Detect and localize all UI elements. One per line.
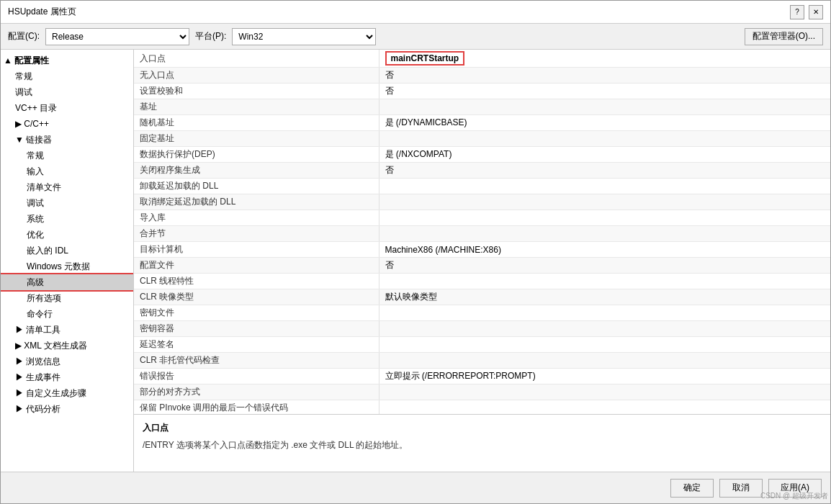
property-name: 入口点 — [134, 50, 379, 68]
property-name: 数据执行保护(DEP) — [134, 147, 379, 163]
property-value — [379, 179, 830, 194]
table-row[interactable]: 保留 PInvoke 调用的最后一个错误代码 — [134, 400, 830, 415]
property-name: 取消绑定延迟加载的 DLL — [134, 194, 379, 210]
sidebar-item-链接器-输入[interactable]: 输入 — [1, 163, 133, 179]
table-row[interactable]: CLR 非托管代码检查 — [134, 353, 830, 369]
property-name: 设置校验和 — [134, 84, 379, 99]
table-row[interactable]: 延迟签名 — [134, 337, 830, 353]
sidebar-item-代码分析[interactable]: ▶ 代码分析 — [1, 401, 133, 417]
property-name: 错误报告 — [134, 369, 379, 384]
sidebar-item-链接器-所有选项[interactable]: 所有选项 — [1, 290, 133, 306]
property-name: 固定基址 — [134, 131, 379, 147]
sidebar-item-VC++目录[interactable]: VC++ 目录 — [1, 100, 133, 116]
properties-table: 入口点mainCRTStartup无入口点否设置校验和否基址随机基址是 (/DY… — [134, 50, 830, 414]
sidebar-item-链接器-清单文件[interactable]: 清单文件 — [1, 179, 133, 195]
property-value: mainCRTStartup — [379, 50, 830, 68]
table-row[interactable]: 入口点mainCRTStartup — [134, 50, 830, 68]
property-name: 部分的对齐方式 — [134, 384, 379, 400]
property-value — [379, 321, 830, 337]
table-row[interactable]: 错误报告立即提示 (/ERRORREPORT:PROMPT) — [134, 369, 830, 384]
sidebar-item-链接器[interactable]: ▼ 链接器 — [1, 132, 133, 148]
sidebar-item-XML文档生成器[interactable]: ▶ XML 文档生成器 — [1, 338, 133, 354]
title-bar: HSUpdate 属性页 ? ✕ — [1, 1, 830, 24]
title-bar-controls: ? ✕ — [790, 5, 823, 19]
property-name: CLR 非托管代码检查 — [134, 353, 379, 369]
sidebar-item-链接器-Windows元数据[interactable]: Windows 元数据 — [1, 258, 133, 274]
sidebar-item-链接器-高级[interactable]: 高级 — [1, 274, 133, 290]
table-row[interactable]: 密钥文件 — [134, 305, 830, 321]
property-value — [379, 99, 830, 115]
sidebar-item-自定义生成步骤[interactable]: ▶ 自定义生成步骤 — [1, 385, 133, 401]
table-row[interactable]: 取消绑定延迟加载的 DLL — [134, 194, 830, 210]
table-row[interactable]: 配置文件否 — [134, 258, 830, 274]
property-name: 密钥容器 — [134, 321, 379, 337]
property-name: 关闭程序集生成 — [134, 163, 379, 179]
close-button[interactable]: ✕ — [809, 5, 823, 19]
property-value — [379, 384, 830, 400]
sidebar-item-清单工具[interactable]: ▶ 清单工具 — [1, 322, 133, 338]
platform-select[interactable]: Win32 — [232, 28, 376, 45]
help-button[interactable]: ? — [790, 5, 804, 19]
sidebar-item-链接器-系统[interactable]: 系统 — [1, 211, 133, 227]
toolbar: 配置(C): Release 平台(P): Win32 配置管理器(O)... — [1, 24, 830, 50]
property-value — [379, 210, 830, 226]
property-name: 密钥文件 — [134, 305, 379, 321]
manage-config-button[interactable]: 配置管理器(O)... — [745, 28, 823, 45]
property-value — [379, 305, 830, 321]
footer: 确定 取消 应用(A) — [1, 472, 830, 503]
property-value — [379, 194, 830, 210]
property-name: 导入库 — [134, 210, 379, 226]
table-row[interactable]: CLR 映像类型默认映像类型 — [134, 289, 830, 305]
watermark: CSDN @ 超级开发者 — [760, 491, 828, 501]
ok-button[interactable]: 确定 — [670, 479, 714, 498]
property-value: 否 — [379, 84, 830, 99]
main-content: ▲ 配置属性常规调试VC++ 目录▶ C/C++▼ 链接器常规输入清单文件调试系… — [1, 50, 830, 472]
table-row[interactable]: 固定基址 — [134, 131, 830, 147]
property-value: 否 — [379, 163, 830, 179]
property-value — [379, 226, 830, 242]
table-row[interactable]: CLR 线程特性 — [134, 274, 830, 289]
sidebar-item-常规[interactable]: 常规 — [1, 68, 133, 84]
property-value: 默认映像类型 — [379, 289, 830, 305]
table-row[interactable]: 导入库 — [134, 210, 830, 226]
table-row[interactable]: 目标计算机MachineX86 (/MACHINE:X86) — [134, 242, 830, 258]
description-title: 入口点 — [143, 422, 822, 434]
sidebar-item-配置属性[interactable]: ▲ 配置属性 — [1, 53, 133, 68]
sidebar-item-C/C++[interactable]: ▶ C/C++ — [1, 116, 133, 132]
sidebar-item-调试[interactable]: 调试 — [1, 84, 133, 100]
sidebar-item-链接器-调试[interactable]: 调试 — [1, 195, 133, 211]
property-name: 卸载延迟加载的 DLL — [134, 179, 379, 194]
table-row[interactable]: 随机基址是 (/DYNAMICBASE) — [134, 115, 830, 131]
config-label: 配置(C): — [8, 30, 40, 42]
property-name: 目标计算机 — [134, 242, 379, 258]
property-value — [379, 274, 830, 289]
property-name: 保留 PInvoke 调用的最后一个错误代码 — [134, 400, 379, 415]
property-name: 延迟签名 — [134, 337, 379, 353]
sidebar-item-链接器-常规[interactable]: 常规 — [1, 148, 133, 163]
table-row[interactable]: 卸载延迟加载的 DLL — [134, 179, 830, 194]
sidebar-item-链接器-命令行[interactable]: 命令行 — [1, 306, 133, 322]
cancel-button[interactable]: 取消 — [719, 479, 763, 498]
table-row[interactable]: 基址 — [134, 99, 830, 115]
table-row[interactable]: 无入口点否 — [134, 68, 830, 84]
table-row[interactable]: 关闭程序集生成否 — [134, 163, 830, 179]
description-panel: 入口点 /ENTRY 选项将某个入口点函数指定为 .exe 文件或 DLL 的起… — [134, 414, 830, 472]
main-window: HSUpdate 属性页 ? ✕ 配置(C): Release 平台(P): W… — [0, 0, 831, 504]
config-select[interactable]: Release — [45, 28, 189, 45]
property-name: 随机基址 — [134, 115, 379, 131]
property-value — [379, 400, 830, 415]
window-title: HSUpdate 属性页 — [8, 6, 76, 18]
property-name: 合并节 — [134, 226, 379, 242]
table-row[interactable]: 数据执行保护(DEP)是 (/NXCOMPAT) — [134, 147, 830, 163]
sidebar-item-链接器-优化[interactable]: 优化 — [1, 227, 133, 243]
property-name: 无入口点 — [134, 68, 379, 84]
table-row[interactable]: 部分的对齐方式 — [134, 384, 830, 400]
table-row[interactable]: 合并节 — [134, 226, 830, 242]
table-row[interactable]: 密钥容器 — [134, 321, 830, 337]
table-row[interactable]: 设置校验和否 — [134, 84, 830, 99]
sidebar-item-浏览信息[interactable]: ▶ 浏览信息 — [1, 354, 133, 369]
sidebar-item-链接器-嵌入IDL[interactable]: 嵌入的 IDL — [1, 243, 133, 258]
sidebar-item-生成事件[interactable]: ▶ 生成事件 — [1, 369, 133, 385]
property-value: MachineX86 (/MACHINE:X86) — [379, 242, 830, 258]
platform-label: 平台(P): — [195, 30, 226, 42]
